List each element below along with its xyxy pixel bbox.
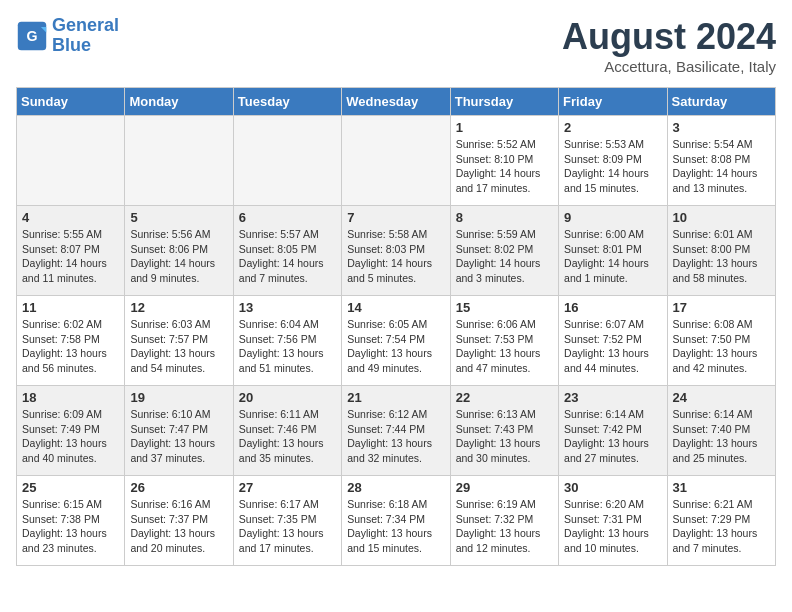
logo-line1: General [52, 15, 119, 35]
calendar-cell: 16Sunrise: 6:07 AM Sunset: 7:52 PM Dayli… [559, 296, 667, 386]
calendar-cell: 9Sunrise: 6:00 AM Sunset: 8:01 PM Daylig… [559, 206, 667, 296]
title-block: August 2024 Accettura, Basilicate, Italy [562, 16, 776, 75]
day-info: Sunrise: 5:52 AM Sunset: 8:10 PM Dayligh… [456, 137, 553, 196]
day-info: Sunrise: 5:58 AM Sunset: 8:03 PM Dayligh… [347, 227, 444, 286]
day-info: Sunrise: 6:00 AM Sunset: 8:01 PM Dayligh… [564, 227, 661, 286]
calendar-week-row: 4Sunrise: 5:55 AM Sunset: 8:07 PM Daylig… [17, 206, 776, 296]
calendar-cell: 18Sunrise: 6:09 AM Sunset: 7:49 PM Dayli… [17, 386, 125, 476]
calendar-cell: 26Sunrise: 6:16 AM Sunset: 7:37 PM Dayli… [125, 476, 233, 566]
day-info: Sunrise: 6:07 AM Sunset: 7:52 PM Dayligh… [564, 317, 661, 376]
calendar-cell: 1Sunrise: 5:52 AM Sunset: 8:10 PM Daylig… [450, 116, 558, 206]
day-info: Sunrise: 6:14 AM Sunset: 7:42 PM Dayligh… [564, 407, 661, 466]
day-info: Sunrise: 6:20 AM Sunset: 7:31 PM Dayligh… [564, 497, 661, 556]
day-number: 21 [347, 390, 444, 405]
day-info: Sunrise: 5:53 AM Sunset: 8:09 PM Dayligh… [564, 137, 661, 196]
calendar-cell [342, 116, 450, 206]
calendar-cell: 23Sunrise: 6:14 AM Sunset: 7:42 PM Dayli… [559, 386, 667, 476]
day-number: 25 [22, 480, 119, 495]
calendar-cell: 7Sunrise: 5:58 AM Sunset: 8:03 PM Daylig… [342, 206, 450, 296]
calendar-cell: 19Sunrise: 6:10 AM Sunset: 7:47 PM Dayli… [125, 386, 233, 476]
day-info: Sunrise: 6:19 AM Sunset: 7:32 PM Dayligh… [456, 497, 553, 556]
logo-icon: G [16, 20, 48, 52]
day-number: 22 [456, 390, 553, 405]
day-info: Sunrise: 5:54 AM Sunset: 8:08 PM Dayligh… [673, 137, 770, 196]
day-number: 13 [239, 300, 336, 315]
calendar-cell: 12Sunrise: 6:03 AM Sunset: 7:57 PM Dayli… [125, 296, 233, 386]
day-number: 23 [564, 390, 661, 405]
day-number: 1 [456, 120, 553, 135]
logo-line2: Blue [52, 35, 91, 55]
day-number: 26 [130, 480, 227, 495]
weekday-header: Friday [559, 88, 667, 116]
day-number: 10 [673, 210, 770, 225]
calendar-cell: 2Sunrise: 5:53 AM Sunset: 8:09 PM Daylig… [559, 116, 667, 206]
day-number: 12 [130, 300, 227, 315]
day-number: 6 [239, 210, 336, 225]
calendar-cell: 8Sunrise: 5:59 AM Sunset: 8:02 PM Daylig… [450, 206, 558, 296]
day-number: 11 [22, 300, 119, 315]
day-info: Sunrise: 5:59 AM Sunset: 8:02 PM Dayligh… [456, 227, 553, 286]
calendar-week-row: 18Sunrise: 6:09 AM Sunset: 7:49 PM Dayli… [17, 386, 776, 476]
day-info: Sunrise: 6:09 AM Sunset: 7:49 PM Dayligh… [22, 407, 119, 466]
weekday-header: Sunday [17, 88, 125, 116]
day-number: 2 [564, 120, 661, 135]
weekday-header: Wednesday [342, 88, 450, 116]
weekday-header: Tuesday [233, 88, 341, 116]
day-number: 7 [347, 210, 444, 225]
calendar-cell: 29Sunrise: 6:19 AM Sunset: 7:32 PM Dayli… [450, 476, 558, 566]
calendar-cell: 20Sunrise: 6:11 AM Sunset: 7:46 PM Dayli… [233, 386, 341, 476]
day-info: Sunrise: 6:21 AM Sunset: 7:29 PM Dayligh… [673, 497, 770, 556]
day-info: Sunrise: 6:05 AM Sunset: 7:54 PM Dayligh… [347, 317, 444, 376]
header-row: SundayMondayTuesdayWednesdayThursdayFrid… [17, 88, 776, 116]
day-number: 17 [673, 300, 770, 315]
day-info: Sunrise: 6:11 AM Sunset: 7:46 PM Dayligh… [239, 407, 336, 466]
day-info: Sunrise: 6:17 AM Sunset: 7:35 PM Dayligh… [239, 497, 336, 556]
calendar-table: SundayMondayTuesdayWednesdayThursdayFrid… [16, 87, 776, 566]
calendar-cell: 31Sunrise: 6:21 AM Sunset: 7:29 PM Dayli… [667, 476, 775, 566]
day-number: 15 [456, 300, 553, 315]
calendar-cell [125, 116, 233, 206]
calendar-cell: 21Sunrise: 6:12 AM Sunset: 7:44 PM Dayli… [342, 386, 450, 476]
location: Accettura, Basilicate, Italy [562, 58, 776, 75]
calendar-week-row: 1Sunrise: 5:52 AM Sunset: 8:10 PM Daylig… [17, 116, 776, 206]
day-info: Sunrise: 6:03 AM Sunset: 7:57 PM Dayligh… [130, 317, 227, 376]
calendar-cell: 5Sunrise: 5:56 AM Sunset: 8:06 PM Daylig… [125, 206, 233, 296]
calendar-cell [233, 116, 341, 206]
day-info: Sunrise: 6:08 AM Sunset: 7:50 PM Dayligh… [673, 317, 770, 376]
day-info: Sunrise: 6:14 AM Sunset: 7:40 PM Dayligh… [673, 407, 770, 466]
calendar-cell: 24Sunrise: 6:14 AM Sunset: 7:40 PM Dayli… [667, 386, 775, 476]
calendar-cell: 25Sunrise: 6:15 AM Sunset: 7:38 PM Dayli… [17, 476, 125, 566]
day-number: 27 [239, 480, 336, 495]
logo-text: General Blue [52, 16, 119, 56]
calendar-cell: 28Sunrise: 6:18 AM Sunset: 7:34 PM Dayli… [342, 476, 450, 566]
day-info: Sunrise: 6:02 AM Sunset: 7:58 PM Dayligh… [22, 317, 119, 376]
day-number: 14 [347, 300, 444, 315]
page-header: G General Blue August 2024 Accettura, Ba… [16, 16, 776, 75]
calendar-cell: 15Sunrise: 6:06 AM Sunset: 7:53 PM Dayli… [450, 296, 558, 386]
weekday-header: Monday [125, 88, 233, 116]
day-info: Sunrise: 6:01 AM Sunset: 8:00 PM Dayligh… [673, 227, 770, 286]
day-number: 24 [673, 390, 770, 405]
day-info: Sunrise: 6:18 AM Sunset: 7:34 PM Dayligh… [347, 497, 444, 556]
day-number: 31 [673, 480, 770, 495]
calendar-week-row: 11Sunrise: 6:02 AM Sunset: 7:58 PM Dayli… [17, 296, 776, 386]
day-number: 8 [456, 210, 553, 225]
day-info: Sunrise: 5:55 AM Sunset: 8:07 PM Dayligh… [22, 227, 119, 286]
day-info: Sunrise: 6:12 AM Sunset: 7:44 PM Dayligh… [347, 407, 444, 466]
weekday-header: Thursday [450, 88, 558, 116]
day-number: 9 [564, 210, 661, 225]
calendar-cell: 11Sunrise: 6:02 AM Sunset: 7:58 PM Dayli… [17, 296, 125, 386]
day-number: 29 [456, 480, 553, 495]
day-number: 20 [239, 390, 336, 405]
day-info: Sunrise: 6:04 AM Sunset: 7:56 PM Dayligh… [239, 317, 336, 376]
calendar-cell: 4Sunrise: 5:55 AM Sunset: 8:07 PM Daylig… [17, 206, 125, 296]
calendar-cell: 10Sunrise: 6:01 AM Sunset: 8:00 PM Dayli… [667, 206, 775, 296]
calendar-week-row: 25Sunrise: 6:15 AM Sunset: 7:38 PM Dayli… [17, 476, 776, 566]
day-info: Sunrise: 6:15 AM Sunset: 7:38 PM Dayligh… [22, 497, 119, 556]
calendar-cell: 14Sunrise: 6:05 AM Sunset: 7:54 PM Dayli… [342, 296, 450, 386]
day-number: 19 [130, 390, 227, 405]
day-number: 4 [22, 210, 119, 225]
day-info: Sunrise: 6:16 AM Sunset: 7:37 PM Dayligh… [130, 497, 227, 556]
day-number: 5 [130, 210, 227, 225]
day-number: 3 [673, 120, 770, 135]
